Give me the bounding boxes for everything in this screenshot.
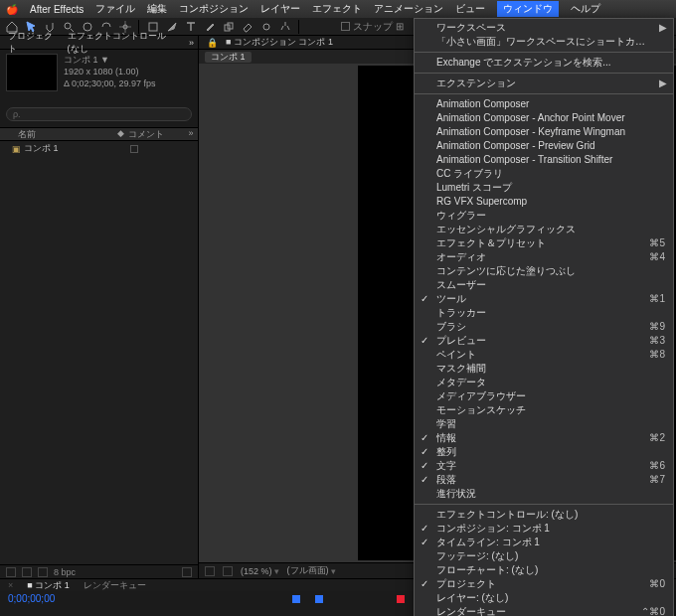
eraser-tool-icon[interactable] — [240, 19, 254, 34]
menu-item[interactable]: オーディオ⌘4 — [415, 250, 673, 264]
menu-item[interactable]: メディアブラウザー — [415, 389, 673, 403]
menu-effect[interactable]: エフェクト — [312, 2, 362, 16]
menu-item[interactable]: ✓ツール⌘1 — [415, 292, 673, 306]
timeline-marker[interactable] — [397, 595, 405, 603]
menu-window[interactable]: ウィンドウ — [497, 1, 559, 17]
search-input[interactable]: ρ. — [6, 107, 192, 121]
menu-item[interactable]: ✓段落⌘7 — [415, 473, 673, 487]
tab-viewer[interactable]: ■ コンポジション コンポ 1 — [226, 36, 333, 49]
menu-item[interactable]: エクステンション▶ — [415, 77, 673, 90]
menu-item[interactable]: ✓文字⌘6 — [415, 459, 673, 473]
window-menu-dropdown: ワークスペース▶「小さい画面」ワークスペースにショートカットを割り当てExcha… — [414, 18, 674, 616]
menu-item[interactable]: 進行状況 — [415, 487, 673, 501]
list-item[interactable]: ▣ コンポ 1 — [0, 141, 198, 156]
menu-item[interactable]: Animation Composer - Keyframe Wingman — [415, 125, 673, 139]
menu-item[interactable]: Lumetri スコープ — [415, 181, 673, 195]
comp-thumbnail[interactable] — [6, 54, 58, 91]
puppet-tool-icon[interactable] — [277, 19, 292, 34]
menu-item[interactable]: マスク補間 — [415, 362, 673, 376]
menu-item[interactable]: モーションスケッチ — [415, 403, 673, 417]
menu-item-label: Animation Composer - Anchor Point Mover — [436, 112, 625, 123]
menu-item-label: Animation Composer — [436, 98, 529, 109]
menu-item[interactable]: ペイント⌘8 — [415, 348, 673, 362]
menu-composition[interactable]: コンポジション — [179, 2, 249, 16]
menu-item[interactable]: ✓タイムライン: コンポ 1 — [415, 536, 673, 549]
clone-tool-icon[interactable] — [221, 19, 236, 34]
lock-icon[interactable]: 🔒 — [207, 38, 218, 48]
panel-menu-icon[interactable]: » — [189, 38, 194, 48]
grid-icon[interactable] — [205, 566, 215, 576]
comp-name[interactable]: コンポ 1 ▼ — [64, 54, 156, 66]
col-name[interactable]: 名前 — [0, 128, 112, 140]
resolution-dropdown[interactable]: (フル画面) ▾ — [287, 564, 336, 577]
roto-tool-icon[interactable] — [258, 19, 273, 34]
menu-item[interactable]: メタデータ — [415, 376, 673, 389]
brush-tool-icon[interactable] — [202, 19, 217, 34]
menu-layer[interactable]: レイヤー — [260, 2, 300, 16]
menu-item[interactable]: ✓プロジェクト⌘0 — [415, 577, 673, 591]
col-comment[interactable]: コメント — [128, 128, 184, 140]
menu-item[interactable]: コンテンツに応じた塗りつぶし — [415, 264, 673, 278]
menu-item[interactable]: Animation Composer - Transition Shifter — [415, 153, 673, 167]
apple-menu-icon[interactable]: 🍎 — [6, 4, 18, 15]
menu-item[interactable]: レンダーキュー⌃⌘0 — [415, 605, 673, 616]
zoom-dropdown[interactable]: (152 %) ▾ — [241, 566, 279, 576]
menu-animation[interactable]: アニメーション — [374, 2, 443, 16]
app-name[interactable]: After Effects — [30, 4, 84, 15]
menu-item[interactable]: エフェクトコントロール: (なし) — [415, 508, 673, 522]
breadcrumb[interactable]: コンポ 1 — [205, 52, 252, 63]
shortcut-label: ⌘4 — [649, 250, 665, 264]
menu-help[interactable]: ヘルプ — [571, 2, 600, 16]
menu-item[interactable]: Animation Composer — [415, 97, 673, 111]
menu-item[interactable]: トラッカー — [415, 306, 673, 320]
snap-toggle[interactable]: スナップ ⊞ — [341, 20, 404, 34]
timeline-marker[interactable] — [315, 595, 323, 603]
item-tag[interactable] — [126, 145, 142, 153]
menu-item[interactable]: ウィグラー — [415, 209, 673, 223]
current-timecode[interactable]: 0;00;00;00 — [0, 591, 55, 604]
menu-item[interactable]: フッテージ: (なし) — [415, 549, 673, 563]
new-folder-icon[interactable] — [22, 567, 32, 577]
menu-item-label: トラッカー — [436, 307, 486, 318]
snap-icon: ⊞ — [396, 21, 404, 32]
menu-item[interactable]: レイヤー: (なし) — [415, 591, 673, 605]
menu-item[interactable]: ✓プレビュー⌘3 — [415, 334, 673, 348]
check-icon: ✓ — [421, 334, 428, 348]
menu-view[interactable]: ビュー — [455, 2, 485, 16]
menu-item-label: RG VFX Supercomp — [436, 196, 527, 207]
col-tag[interactable]: ◆ — [112, 128, 128, 140]
menu-edit[interactable]: 編集 — [147, 2, 167, 16]
menu-item[interactable]: Exchange でエクステンションを検索... — [415, 56, 673, 70]
interpret-icon[interactable] — [6, 567, 16, 577]
menu-file[interactable]: ファイル — [95, 2, 135, 16]
menu-item[interactable]: スムーザー — [415, 278, 673, 292]
menu-item-label: メタデータ — [436, 377, 486, 387]
timeline-marker[interactable] — [292, 595, 300, 603]
menu-item[interactable]: CC ライブラリ — [415, 167, 673, 181]
menu-item[interactable]: RG VFX Supercomp — [415, 195, 673, 209]
menu-item[interactable]: エッセンシャルグラフィックス — [415, 223, 673, 236]
menu-item[interactable]: 学習 — [415, 417, 673, 431]
tab-comp-timeline[interactable]: ■ コンポ 1 — [27, 579, 69, 592]
menu-item[interactable]: Animation Composer - Preview Grid — [415, 139, 673, 153]
menu-item[interactable]: ✓コンポジション: コンポ 1 — [415, 522, 673, 536]
text-tool-icon[interactable] — [183, 19, 198, 34]
shortcut-label: ⌘2 — [649, 431, 665, 445]
menu-item-label: スムーザー — [436, 279, 486, 290]
menu-item[interactable]: ✓整列 — [415, 445, 673, 459]
trash-icon[interactable] — [182, 567, 192, 577]
mask-icon[interactable] — [223, 566, 233, 576]
menu-item[interactable]: フローチャート: (なし) — [415, 563, 673, 577]
menu-item[interactable]: ブラシ⌘9 — [415, 320, 673, 334]
menu-item[interactable]: ワークスペース▶ — [415, 21, 673, 35]
project-list[interactable]: ▣ コンポ 1 — [0, 141, 198, 564]
menu-item[interactable]: Animation Composer - Anchor Point Mover — [415, 111, 673, 125]
menu-item[interactable]: ✓情報⌘2 — [415, 431, 673, 445]
menu-item[interactable]: エフェクト＆プリセット⌘5 — [415, 236, 673, 250]
col-menu-icon[interactable]: » — [184, 128, 198, 140]
new-comp-icon[interactable] — [38, 567, 48, 577]
menu-item-label: エッセンシャルグラフィックス — [436, 224, 576, 234]
bpc-label[interactable]: 8 bpc — [54, 567, 76, 577]
menu-item[interactable]: 「小さい画面」ワークスペースにショートカットを割り当て — [415, 35, 673, 49]
tab-render-queue[interactable]: レンダーキュー — [84, 579, 146, 592]
